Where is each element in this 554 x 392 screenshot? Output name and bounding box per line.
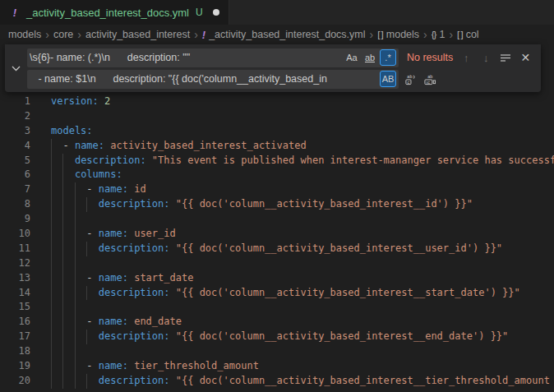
code-line[interactable]: 11 description: "{{ doc('column__activit… [0, 242, 554, 256]
preserve-case-button[interactable]: AB [380, 71, 396, 87]
breadcrumb-label: core [53, 29, 73, 40]
code-line[interactable]: 3models: [0, 124, 554, 139]
code-token: name: [99, 272, 128, 284]
find-results-label: No results [407, 52, 453, 63]
code-line[interactable]: 7 - name: id [0, 182, 554, 197]
line-content: - name: start_date [51, 271, 554, 286]
replace-input[interactable] [30, 73, 378, 85]
indent-guide [62, 227, 63, 242]
code-line[interactable]: 17 description: "{{ doc('column__activit… [0, 330, 554, 344]
code-editor[interactable]: 1version: 223models:4 - name: activity_b… [0, 44, 554, 392]
symbol-object-icon: {} [432, 30, 436, 39]
breadcrumb-item[interactable]: {}1 [432, 29, 446, 40]
code-lines: 1version: 223models:4 - name: activity_b… [0, 95, 554, 389]
code-token: - [62, 140, 74, 151]
breadcrumb-item[interactable]: !_activity_based_interest_docs.yml [202, 29, 366, 41]
find-replace-widget: Aa ab .* No results ↑ ↓ ✕ [5, 44, 541, 92]
indent-guide [62, 182, 63, 197]
breadcrumb-item[interactable]: [ ]col [457, 29, 479, 40]
code-token: - [86, 228, 98, 239]
code-line[interactable]: 5 description: "This event is published … [0, 154, 554, 168]
line-content [51, 212, 554, 227]
indent-guide [51, 182, 52, 197]
breadcrumb-item[interactable]: [ ]models [377, 29, 419, 40]
indent-guide [51, 212, 52, 227]
code-token: name: [99, 316, 128, 327]
next-match-button[interactable]: ↓ [478, 49, 494, 66]
code-line[interactable]: 4 - name: activity_based_interest_activa… [0, 139, 554, 154]
indent-guide [51, 271, 52, 286]
indent-guide [86, 242, 87, 256]
whole-word-button[interactable]: ab [362, 49, 378, 66]
breadcrumb-separator-icon: › [45, 28, 49, 41]
code-token: id [134, 183, 145, 195]
line-number: 9 [0, 212, 30, 227]
code-token: description: [99, 287, 170, 298]
code-token: version: [51, 95, 99, 107]
indent-guide [62, 271, 63, 286]
indent-guide [75, 197, 76, 212]
code-line[interactable]: 10 - name: user_id [0, 227, 554, 242]
breadcrumb-separator-icon: › [423, 28, 427, 41]
code-token: "{{ doc('column__activity_based_interest… [176, 375, 550, 386]
regex-button[interactable]: .* [380, 49, 396, 66]
code-line[interactable]: 16 - name: end_date [0, 315, 554, 330]
code-token: description: [99, 198, 170, 210]
indent-guide [75, 242, 76, 256]
code-token [99, 95, 104, 107]
code-token: name: [75, 140, 104, 151]
close-find-button[interactable]: ✕ [517, 49, 533, 66]
find-in-selection-button[interactable] [497, 49, 514, 66]
modified-dot-icon[interactable] [213, 9, 219, 16]
code-line[interactable]: 14 description: "{{ doc('column__activit… [0, 286, 554, 301]
code-line[interactable]: 2 [0, 109, 554, 124]
breadcrumb-label: 1 [439, 29, 445, 40]
breadcrumb-item[interactable]: activity_based_interest [85, 29, 190, 40]
code-token [170, 287, 176, 298]
code-line[interactable]: 15 [0, 300, 554, 315]
indent-guide [75, 300, 76, 315]
line-content: description: "{{ doc('column__activity_b… [51, 330, 554, 344]
indent-guide [51, 197, 52, 212]
replace-button[interactable]: ab c [402, 71, 418, 87]
line-content: description: "This event is published wh… [51, 154, 554, 168]
breadcrumb-label: col [466, 29, 479, 40]
line-number: 20 [0, 374, 30, 389]
replace-all-button[interactable]: ab ıc [422, 71, 438, 87]
chevron-down-icon [12, 66, 21, 71]
code-token: name: [99, 360, 128, 371]
toggle-replace-button[interactable] [5, 44, 27, 92]
code-line[interactable]: 8 description: "{{ doc('column__activity… [0, 197, 554, 212]
code-line[interactable]: 19 - name: tier_threshold_amount [0, 359, 554, 374]
code-line[interactable]: 9 [0, 212, 554, 227]
code-line[interactable]: 20 description: "{{ doc('column__activit… [0, 374, 554, 389]
indent-guide [86, 197, 87, 212]
code-line[interactable]: 6 columns: [0, 168, 554, 182]
line-content: - name: end_date [51, 315, 554, 330]
line-number: 10 [0, 227, 30, 242]
indent-guide [62, 256, 63, 271]
line-number: 12 [0, 256, 30, 271]
breadcrumb-item[interactable]: models [8, 29, 41, 40]
code-token: "{{ doc('column__activity_based_interest… [176, 242, 502, 254]
code-token: - [86, 272, 98, 284]
previous-match-button[interactable]: ↑ [458, 49, 474, 66]
code-token [170, 375, 176, 386]
indent-guide [51, 242, 52, 256]
find-input[interactable] [30, 52, 342, 63]
code-token [51, 360, 86, 371]
svg-text:ıc: ıc [427, 79, 431, 84]
git-status-badge: U [196, 7, 203, 18]
match-case-button[interactable]: Aa [344, 49, 360, 66]
editor-tab[interactable]: ! _activity_based_interest_docs.yml U [0, 0, 229, 25]
line-content: - name: user_id [51, 227, 554, 242]
breadcrumb-item[interactable]: core [53, 29, 73, 40]
code-line[interactable]: 13 - name: start_date [0, 271, 554, 286]
code-token [51, 272, 86, 284]
replace-input-wrap: AB [27, 70, 399, 89]
code-line[interactable]: 18 [0, 344, 554, 359]
line-number: 19 [0, 359, 30, 374]
code-line[interactable]: 1version: 2 [0, 95, 554, 109]
code-line[interactable]: 12 [0, 256, 554, 271]
line-number: 2 [0, 109, 30, 124]
